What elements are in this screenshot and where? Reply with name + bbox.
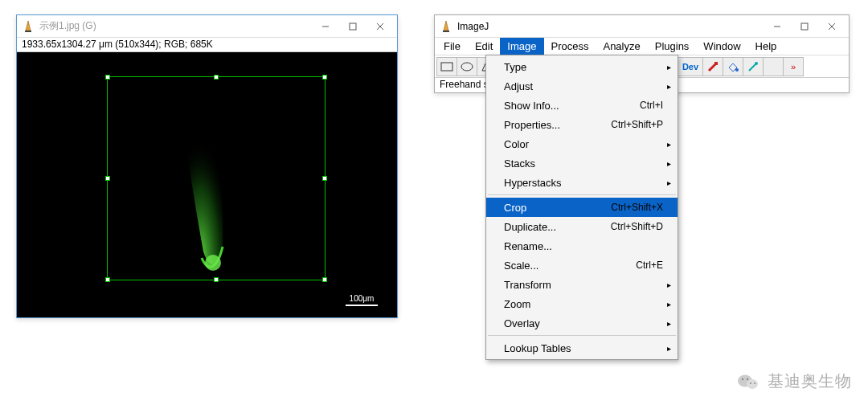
handle-mid-left[interactable] — [105, 176, 110, 181]
menubar: FileEditImageProcessAnalyzePluginsWindow… — [435, 38, 849, 55]
menu-item-scale[interactable]: Scale...Ctrl+E — [486, 256, 678, 275]
menu-item-label: Properties... — [504, 119, 611, 131]
menu-item-label: Crop — [504, 202, 611, 214]
menu-item-label: Scale... — [504, 260, 636, 272]
menu-item-label: Rename... — [504, 240, 663, 252]
menu-item-label: Lookup Tables — [504, 342, 663, 354]
handle-top-mid[interactable] — [214, 75, 219, 80]
svg-marker-7 — [444, 21, 448, 31]
maximize-button[interactable] — [791, 18, 818, 35]
svg-point-27 — [754, 382, 755, 384]
menu-item-zoom[interactable]: Zoom — [486, 294, 678, 313]
menu-separator — [488, 194, 676, 195]
menu-item-show-info[interactable]: Show Info...Ctrl+I — [486, 96, 678, 115]
menu-item-shortcut: Ctrl+I — [640, 100, 663, 111]
tool-oval[interactable] — [457, 57, 477, 76]
svg-marker-0 — [26, 21, 31, 31]
menu-item-transform[interactable]: Transform — [486, 275, 678, 294]
tool-dropper[interactable] — [743, 57, 764, 76]
menu-item-label: Transform — [504, 279, 663, 291]
minimize-button[interactable] — [764, 18, 791, 35]
tool-more[interactable]: » — [783, 57, 804, 76]
menu-item-properties[interactable]: Properties...Ctrl+Shift+P — [486, 115, 678, 134]
tool-rectangle[interactable] — [436, 57, 457, 76]
selection-rectangle[interactable] — [107, 76, 326, 280]
svg-rect-1 — [25, 31, 31, 32]
image-canvas[interactable]: 100μm — [17, 52, 397, 317]
menu-item-label: Stacks — [504, 157, 663, 170]
menu-edit[interactable]: Edit — [468, 38, 500, 55]
menu-item-overlay[interactable]: Overlay — [486, 313, 678, 333]
svg-point-26 — [750, 382, 751, 384]
window-controls — [764, 18, 845, 35]
svg-point-25 — [747, 378, 748, 379]
menu-process[interactable]: Process — [544, 38, 596, 55]
menu-file[interactable]: File — [436, 38, 468, 55]
svg-rect-3 — [350, 23, 356, 30]
svg-point-21 — [755, 62, 758, 65]
tool-paintbrush[interactable] — [702, 57, 723, 76]
handle-top-left[interactable] — [105, 75, 110, 80]
image-menu-dropdown: TypeAdjustShow Info...Ctrl+IProperties..… — [485, 55, 678, 360]
close-button[interactable] — [818, 18, 845, 35]
window-controls — [312, 18, 394, 35]
tool-flood-fill[interactable] — [723, 57, 743, 76]
menu-item-shortcut: Ctrl+Shift+D — [611, 221, 663, 232]
handle-bottom-right[interactable] — [322, 277, 327, 282]
tool-dev[interactable]: Dev — [678, 57, 703, 76]
scale-bar-line — [346, 305, 378, 306]
menu-item-label: Overlay — [504, 317, 663, 329]
menu-item-color[interactable]: Color — [486, 134, 678, 153]
image-window-titlebar[interactable]: 示例1.jpg (G) — [17, 15, 397, 38]
imagej-app-icon — [22, 20, 35, 33]
svg-point-24 — [742, 378, 743, 379]
menu-separator — [488, 335, 676, 336]
watermark-text: 基迪奥生物 — [768, 370, 852, 392]
handle-bottom-mid[interactable] — [214, 277, 219, 282]
svg-rect-8 — [443, 31, 449, 32]
menu-item-shortcut: Ctrl+Shift+X — [611, 202, 663, 213]
svg-point-20 — [735, 68, 739, 72]
menu-item-duplicate[interactable]: Duplicate...Ctrl+Shift+D — [486, 217, 678, 236]
maximize-button[interactable] — [339, 18, 366, 35]
menu-item-shortcut: Ctrl+Shift+P — [611, 119, 663, 130]
menu-item-hyperstacks[interactable]: Hyperstacks — [486, 173, 678, 192]
close-button[interactable] — [366, 18, 394, 35]
menu-item-rename[interactable]: Rename... — [486, 236, 678, 256]
menu-item-label: Duplicate... — [504, 221, 611, 233]
svg-rect-13 — [441, 63, 452, 71]
svg-rect-19 — [714, 62, 718, 65]
svg-rect-10 — [801, 23, 808, 30]
menu-item-label: Show Info... — [504, 100, 640, 112]
menu-window[interactable]: Window — [696, 38, 747, 55]
menu-image[interactable]: Image — [500, 38, 543, 55]
scale-bar-label: 100μm — [350, 294, 375, 303]
menu-item-crop[interactable]: CropCtrl+Shift+X — [486, 198, 678, 217]
svg-point-23 — [747, 379, 758, 389]
wechat-icon — [737, 373, 760, 391]
handle-bottom-left[interactable] — [105, 277, 110, 282]
minimize-button[interactable] — [312, 18, 339, 35]
svg-point-14 — [461, 63, 473, 71]
menu-item-shortcut: Ctrl+E — [636, 260, 663, 271]
menu-help[interactable]: Help — [748, 38, 784, 55]
imagej-title: ImageJ — [457, 21, 764, 32]
image-info-line: 1933.65x1304.27 μm (510x344); RGB; 685K — [17, 38, 397, 52]
image-window: 示例1.jpg (G) 1933.65x1304.27 μm (510x344)… — [16, 14, 398, 318]
menu-item-label: Hyperstacks — [504, 177, 663, 189]
menu-item-label: Color — [504, 138, 663, 150]
menu-item-stacks[interactable]: Stacks — [486, 153, 678, 173]
menu-item-label: Zoom — [504, 298, 663, 310]
menu-item-type[interactable]: Type — [486, 57, 678, 76]
scale-bar: 100μm — [346, 294, 378, 306]
handle-top-right[interactable] — [322, 75, 327, 80]
menu-item-adjust[interactable]: Adjust — [486, 76, 678, 96]
watermark: 基迪奥生物 — [737, 370, 852, 392]
tool-blank[interactable] — [763, 57, 784, 76]
menu-item-lookup-tables[interactable]: Lookup Tables — [486, 338, 678, 358]
menu-plugins[interactable]: Plugins — [648, 38, 697, 55]
imagej-titlebar[interactable]: ImageJ — [435, 15, 849, 38]
handle-mid-right[interactable] — [322, 176, 327, 181]
menu-analyze[interactable]: Analyze — [596, 38, 647, 55]
menu-item-label: Adjust — [504, 80, 663, 92]
